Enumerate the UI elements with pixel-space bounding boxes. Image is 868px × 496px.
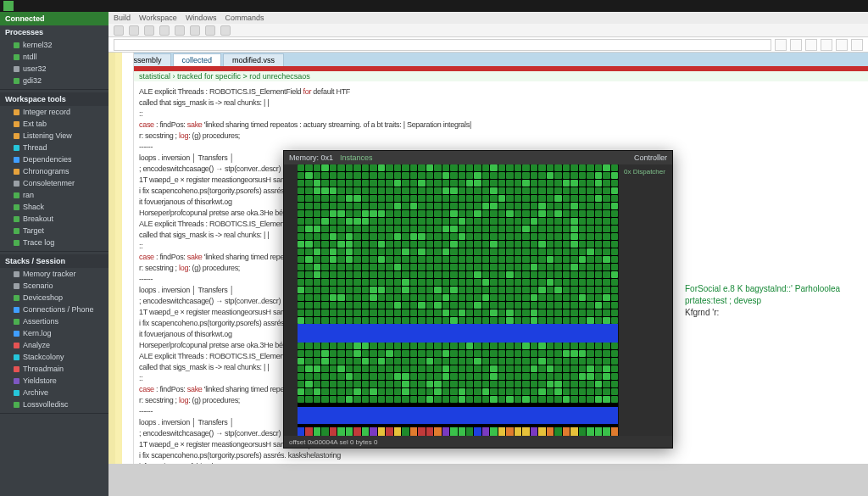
tool-button[interactable] xyxy=(175,25,185,36)
hex-title-bar[interactable]: Memory: 0x1 Instances Controller xyxy=(284,151,672,164)
status-dot-icon xyxy=(14,216,19,222)
sidebar-item[interactable]: ntdll xyxy=(0,51,108,63)
tool-button[interactable] xyxy=(144,25,154,36)
code-line[interactable]: called that sigs_mask is -> real chunks:… xyxy=(139,98,860,109)
note-line: ForSocial e.8 K bagystalnd::' Parholoole… xyxy=(685,283,868,307)
sidebar-item[interactable]: Target xyxy=(0,225,108,237)
sidebar-item[interactable]: Stackcolony xyxy=(0,351,108,363)
note-line: Kfgrnd 'r: xyxy=(685,307,868,319)
sidebar-item-label: gdi32 xyxy=(23,76,42,85)
status-dot-icon xyxy=(14,157,19,163)
sidebar-item[interactable]: Ext tab xyxy=(0,118,108,130)
side-notes: ForSocial e.8 K bagystalnd::' Parholoole… xyxy=(685,283,868,319)
sidebar-item[interactable]: Consoletenmer xyxy=(0,177,108,189)
sidebar-item-label: user32 xyxy=(23,64,47,73)
addr-button[interactable] xyxy=(805,39,817,51)
sidebar: Connected Processeskernel32ntdlluser32gd… xyxy=(0,12,108,496)
status-dot-icon xyxy=(14,366,19,372)
hex-tab[interactable]: Instances xyxy=(340,153,373,162)
info-band: statistical › tracked for specific > rod… xyxy=(108,71,868,81)
sidebar-item[interactable]: gdi32 xyxy=(0,75,108,86)
sidebar-item[interactable]: Breakout xyxy=(0,213,108,225)
sidebar-item[interactable]: Threadmain xyxy=(0,363,108,375)
tab-strip: disassembly collected modified.vss xyxy=(108,53,868,66)
hex-grid[interactable] xyxy=(298,164,618,436)
addr-button[interactable] xyxy=(790,39,802,51)
sidebar-item-label: Analyze xyxy=(23,341,50,349)
sidebar-item[interactable]: Memory tracker xyxy=(0,268,108,280)
sidebar-item[interactable]: Chronograms xyxy=(0,165,108,177)
tool-button[interactable] xyxy=(129,25,139,36)
sidebar-item[interactable]: Dependencies xyxy=(0,153,108,165)
status-dot-icon xyxy=(14,390,19,396)
code-line[interactable]: case : findPos: sake 'linked sharing tim… xyxy=(139,120,860,131)
sidebar-item[interactable]: Trace log xyxy=(0,237,108,248)
status-dot-icon xyxy=(14,295,19,301)
sidebar-item[interactable]: Connections / Phone xyxy=(0,304,108,315)
sidebar-item-label: Target xyxy=(23,226,44,235)
sidebar-item[interactable]: Assertions xyxy=(0,315,108,327)
sidebar-item-label: ran xyxy=(23,191,34,199)
code-line[interactable]: ALE explicit Threads : ROBOTICS.IS_Eleme… xyxy=(139,86,860,98)
sidebar-item-label: Archive xyxy=(23,388,48,397)
hex-viewer-window[interactable]: Memory: 0x1 Instances Controller 0x Disp… xyxy=(283,150,673,449)
sidebar-item[interactable]: kernel32 xyxy=(0,39,108,51)
status-dot-icon xyxy=(14,121,19,127)
tool-button[interactable] xyxy=(190,25,200,36)
tool-button[interactable] xyxy=(159,25,170,36)
hex-mixed-row xyxy=(298,427,618,436)
tab[interactable]: modified.vss xyxy=(223,53,284,66)
tool-button[interactable] xyxy=(114,25,124,36)
tool-button[interactable] xyxy=(220,25,231,36)
sidebar-item[interactable]: Scenario xyxy=(0,280,108,292)
tab[interactable]: collected xyxy=(173,53,222,66)
status-dot-icon xyxy=(14,66,19,72)
sidebar-item[interactable]: ran xyxy=(0,189,108,201)
sidebar-item[interactable]: Kern.log xyxy=(0,327,108,339)
sidebar-item[interactable]: Deviceshop xyxy=(0,292,108,304)
code-line[interactable]: :: xyxy=(139,109,860,120)
status-dot-icon xyxy=(14,109,19,115)
work-area: Build Workspace Windows Commands xyxy=(108,12,868,496)
sidebar-item-label: Connections / Phone xyxy=(23,305,94,314)
os-title-bar xyxy=(0,0,868,12)
sidebar-item[interactable]: Yieldstore xyxy=(0,375,108,387)
status-dot-icon xyxy=(14,331,19,337)
address-input[interactable] xyxy=(114,39,771,51)
addr-button[interactable] xyxy=(836,39,848,51)
menu-item[interactable]: Build xyxy=(114,14,131,22)
tool-button[interactable] xyxy=(205,25,215,36)
sidebar-item[interactable]: Listening View xyxy=(0,130,108,142)
status-dot-icon xyxy=(14,271,19,277)
sidebar-item[interactable]: Archive xyxy=(0,387,108,398)
hex-side-panel: 0x Dispatcher xyxy=(618,164,672,436)
menu-bar[interactable]: Build Workspace Windows Commands xyxy=(108,12,868,24)
addr-button[interactable] xyxy=(775,39,787,51)
hex-tab[interactable]: Controller xyxy=(634,153,667,162)
sidebar-item[interactable]: Analyze xyxy=(0,339,108,351)
sidebar-item[interactable]: Lossvolledisc xyxy=(0,398,108,410)
addr-button[interactable] xyxy=(851,39,863,51)
code-line[interactable]: r: secstring ; log: (g) procedures; xyxy=(139,131,860,142)
sidebar-item-label: Kern.log xyxy=(23,329,52,337)
hex-tab[interactable]: Memory: 0x1 xyxy=(289,153,333,162)
code-line[interactable]: i fix scapencoheno.ps(torgority.psorefs)… xyxy=(139,450,860,461)
hex-offsets xyxy=(284,164,298,436)
sidebar-item-label: Threadmain xyxy=(23,365,64,373)
toolbar xyxy=(108,24,868,37)
sidebar-item-label: Deviceshop xyxy=(23,293,63,302)
menu-item[interactable]: Windows xyxy=(186,14,217,22)
addr-button[interactable] xyxy=(821,39,832,51)
status-dot-icon xyxy=(14,54,19,60)
sidebar-item[interactable]: user32 xyxy=(0,63,108,75)
sidebar-item[interactable]: Thread xyxy=(0,142,108,153)
status-dot-icon xyxy=(14,204,19,210)
sidebar-item-label: Consoletenmer xyxy=(23,179,75,187)
menu-item[interactable]: Commands xyxy=(225,14,264,22)
status-dot-icon xyxy=(14,42,19,48)
sidebar-item[interactable]: Integer record xyxy=(0,106,108,118)
sidebar-header: Connected xyxy=(0,12,108,25)
sidebar-item[interactable]: Shack xyxy=(0,201,108,213)
menu-item[interactable]: Workspace xyxy=(139,14,177,22)
sidebar-item-label: Yieldstore xyxy=(23,376,57,385)
